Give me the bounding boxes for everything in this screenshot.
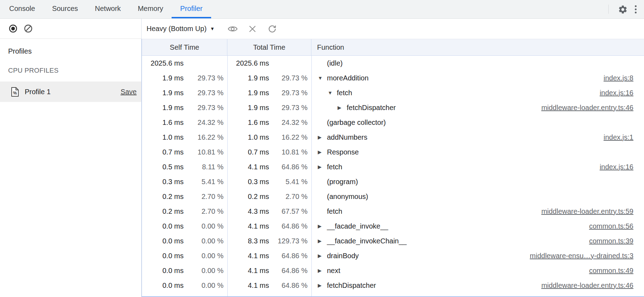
table-row[interactable]: 0.7 ms10.81 %0.7 ms10.81 %▶Response: [142, 145, 644, 159]
function-name: fetchDispatcher: [327, 281, 376, 290]
exclude-selected-close-icon[interactable]: [247, 24, 258, 34]
kebab-menu-icon[interactable]: [630, 0, 644, 19]
function-cell: (anonymous): [311, 193, 644, 201]
profile-item-selected[interactable]: % Profile 1 Save: [0, 81, 141, 102]
function-cell: ▶__facade_invoke__common.ts:56: [311, 222, 644, 230]
total-time-cell-ms: 0.2 ms: [227, 193, 269, 201]
table-row[interactable]: 0.5 ms8.11 %4.1 ms64.86 %▶fetchindex.js:…: [142, 159, 644, 174]
total-time-cell-percent: 29.73 %: [269, 89, 311, 97]
table-row[interactable]: 0.3 ms5.41 %0.3 ms5.41 %(program): [142, 174, 644, 189]
function-name: Response: [327, 148, 359, 156]
table-row[interactable]: 1.9 ms29.73 %1.9 ms29.73 %▶fetchDispatch…: [142, 100, 644, 115]
table-row[interactable]: 2025.6 ms2025.6 ms(idle): [142, 56, 644, 71]
table-row[interactable]: 1.9 ms29.73 %1.9 ms29.73 %▼moreAdditioni…: [142, 71, 644, 85]
column-header-total-time[interactable]: Total Time: [227, 39, 311, 55]
profile-document-icon: %: [11, 87, 19, 97]
restore-refresh-icon[interactable]: [267, 24, 278, 34]
settings-gear-icon[interactable]: [616, 0, 630, 19]
sidebar-item-profiles[interactable]: Profiles: [0, 45, 141, 57]
total-time-cell: 0.2 ms2.70 %: [227, 193, 311, 201]
table-row[interactable]: 0.2 ms2.70 %4.3 ms67.57 %fetchmiddleware…: [142, 204, 644, 219]
self-time-cell: 0.3 ms5.41 %: [142, 178, 227, 186]
function-name: __facade_invokeChain__: [327, 237, 407, 245]
function-cell: (program): [311, 178, 644, 186]
table-row[interactable]: 1.9 ms29.73 %1.9 ms29.73 %▼fetchindex.js…: [142, 85, 644, 100]
expand-arrow-icon[interactable]: ▶: [318, 253, 327, 259]
source-location-link[interactable]: middleware-loader.entry.ts:46: [541, 104, 644, 112]
total-time-cell: 0.7 ms10.81 %: [227, 148, 311, 156]
expand-arrow-icon[interactable]: ▼: [328, 90, 337, 96]
expand-arrow-icon[interactable]: ▶: [318, 283, 327, 288]
table-row[interactable]: 0.0 ms0.00 %4.1 ms64.86 %▶drainBodymiddl…: [142, 248, 644, 263]
function-name: fetch: [327, 163, 342, 171]
profiles-sidebar: Profiles CPU PROFILES % Profile 1 Save: [0, 19, 142, 297]
profile-data-grid: Self Time Total Time Function 2025.6 ms2…: [142, 39, 644, 297]
total-time-cell: 4.3 ms67.57 %: [227, 207, 311, 216]
expand-arrow-icon[interactable]: ▼: [318, 75, 327, 81]
devtools-window: Console Sources Network Memory Profiler: [0, 0, 644, 297]
devtools-tab-bar: Console Sources Network Memory Profiler: [0, 0, 644, 19]
self-time-cell-percent: 29.73 %: [184, 74, 227, 82]
expand-arrow-icon[interactable]: ▶: [318, 223, 327, 229]
kebab-dots: [635, 5, 637, 13]
record-button[interactable]: [8, 24, 18, 33]
save-profile-link[interactable]: Save: [120, 88, 137, 96]
column-header-function[interactable]: Function: [311, 39, 644, 55]
table-row[interactable]: 0.0 ms0.00 %4.1 ms64.86 %▶nextcommon.ts:…: [142, 263, 644, 278]
tab-network[interactable]: Network: [87, 0, 129, 18]
expand-arrow-icon[interactable]: ▶: [318, 134, 327, 140]
source-location-link[interactable]: middleware-ensu…y-drained.ts:3: [530, 252, 644, 260]
total-time-cell: 8.3 ms129.73 %: [227, 237, 311, 245]
source-location-link[interactable]: index.js:1: [604, 133, 644, 141]
source-location-link[interactable]: index.js:16: [600, 89, 644, 97]
function-cell: ▶__facade_invokeChain__common.ts:39: [311, 237, 644, 245]
self-time-cell-ms: 2025.6 ms: [142, 59, 184, 67]
data-grid-body: 2025.6 ms2025.6 ms(idle)1.9 ms29.73 %1.9…: [142, 56, 644, 297]
self-time-cell-ms: 1.9 ms: [142, 104, 184, 112]
tab-console[interactable]: Console: [1, 0, 43, 18]
self-time-cell: 1.6 ms24.32 %: [142, 119, 227, 127]
source-location-link[interactable]: middleware-loader.entry.ts:59: [541, 207, 644, 216]
table-row[interactable]: 1.0 ms16.22 %1.0 ms16.22 %▶addNumbersind…: [142, 130, 644, 145]
source-location-link[interactable]: common.ts:39: [589, 237, 644, 245]
expand-arrow-icon[interactable]: ▶: [318, 268, 327, 273]
table-row[interactable]: 0.0 ms0.00 %4.1 ms64.86 %▶fetchDispatche…: [142, 278, 644, 293]
self-time-cell-percent: 2.70 %: [184, 207, 227, 216]
table-row[interactable]: 0.0 ms0.00 %8.3 ms129.73 %▶__facade_invo…: [142, 234, 644, 248]
total-time-cell-percent: 129.73 %: [269, 237, 311, 245]
function-cell: fetchmiddleware-loader.entry.ts:59: [311, 207, 644, 216]
total-time-cell: 1.6 ms24.32 %: [227, 119, 311, 127]
self-time-cell: 0.0 ms0.00 %: [142, 252, 227, 260]
table-row[interactable]: 0.2 ms2.70 %0.2 ms2.70 %(anonymous): [142, 189, 644, 204]
self-time-cell-percent: 5.41 %: [184, 178, 227, 186]
view-mode-dropdown[interactable]: Heavy (Bottom Up) ▼: [147, 25, 215, 33]
expand-arrow-icon[interactable]: ▶: [318, 238, 327, 244]
clear-profiles-button[interactable]: [24, 24, 33, 33]
tab-memory[interactable]: Memory: [129, 0, 172, 18]
total-time-cell: 1.0 ms16.22 %: [227, 133, 311, 141]
source-location-link[interactable]: common.ts:49: [589, 267, 644, 275]
total-time-cell-percent: 29.73 %: [269, 74, 311, 82]
tab-sources[interactable]: Sources: [43, 0, 86, 18]
source-location-link[interactable]: common.ts:56: [589, 222, 644, 230]
focus-selected-eye-icon[interactable]: [227, 24, 238, 34]
function-cell: ▶drainBodymiddleware-ensu…y-drained.ts:3: [311, 252, 644, 260]
self-time-cell: 0.7 ms10.81 %: [142, 148, 227, 156]
expand-arrow-icon[interactable]: ▶: [338, 105, 347, 110]
function-name: (garbage collector): [327, 119, 386, 127]
total-time-cell: 2025.6 ms: [227, 59, 311, 67]
source-location-link[interactable]: index.js:8: [604, 74, 644, 82]
profiler-panel: Profiles CPU PROFILES % Profile 1 Save: [0, 19, 644, 297]
expand-arrow-icon[interactable]: ▶: [318, 164, 327, 170]
source-location-link[interactable]: index.js:16: [600, 163, 644, 171]
profile-view: Heavy (Bottom Up) ▼: [142, 19, 644, 297]
column-header-self-time[interactable]: Self Time: [142, 39, 227, 55]
table-row[interactable]: 0.0 ms0.00 %4.1 ms64.86 %▶__facade_invok…: [142, 219, 644, 234]
self-time-cell-ms: 0.0 ms: [142, 267, 184, 275]
tab-profiler[interactable]: Profiler: [172, 0, 211, 18]
expand-arrow-icon[interactable]: ▶: [318, 149, 327, 155]
self-time-cell: 1.0 ms16.22 %: [142, 133, 227, 141]
total-time-cell-percent: 24.32 %: [269, 119, 311, 127]
source-location-link[interactable]: middleware-loader.entry.ts:46: [541, 281, 644, 290]
table-row[interactable]: 1.6 ms24.32 %1.6 ms24.32 %(garbage colle…: [142, 115, 644, 130]
